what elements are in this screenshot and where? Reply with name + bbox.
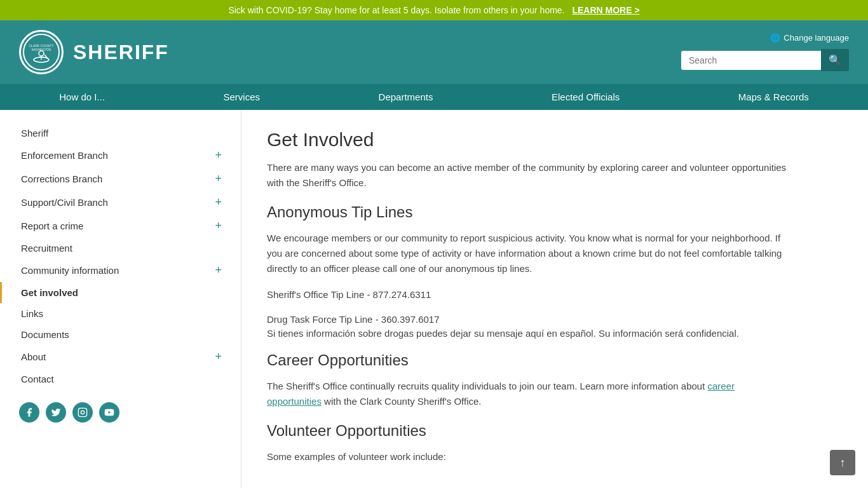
- page-layout: Sheriff Enforcement Branch + Corrections…: [0, 110, 868, 488]
- header-left: CLARK COUNTY WASHINGTON SHERIFF: [19, 30, 169, 74]
- site-header: CLARK COUNTY WASHINGTON SHERIFF 🌐 Change…: [0, 20, 868, 84]
- intro-text: There are many ways you can become an ac…: [267, 160, 788, 191]
- svg-point-9: [81, 410, 84, 414]
- sidebar-label-links: Links: [21, 308, 43, 319]
- sidebar-label-community-info: Community information: [21, 265, 119, 276]
- sidebar-item-contact[interactable]: Contact: [0, 369, 241, 390]
- sidebar-item-community-information[interactable]: Community information +: [0, 259, 241, 282]
- covid-text: Sick with COVID-19? Stay home for at lea…: [228, 5, 564, 15]
- nav-how-do-i[interactable]: How do I...: [46, 84, 118, 110]
- plus-icon-report: +: [215, 219, 222, 233]
- sidebar-item-get-involved[interactable]: Get involved: [0, 282, 241, 303]
- sheriffs-tip-line: Sheriff's Office Tip Line - 877.274.6311: [267, 289, 788, 300]
- svg-rect-8: [78, 408, 86, 416]
- sidebar-item-report-crime[interactable]: Report a crime +: [0, 214, 241, 238]
- header-right: 🌐 Change language 🔍: [681, 33, 849, 71]
- sidebar-item-support-civil-branch[interactable]: Support/Civil Branch +: [0, 191, 241, 214]
- globe-icon: 🌐: [770, 33, 780, 43]
- main-nav: How do I... Services Departments Elected…: [0, 84, 868, 110]
- svg-point-0: [24, 34, 59, 70]
- sidebar-item-sheriff[interactable]: Sheriff: [0, 123, 241, 144]
- search-button[interactable]: 🔍: [821, 49, 849, 71]
- svg-point-4: [39, 51, 44, 56]
- learn-more-link[interactable]: LEARN MORE >: [572, 5, 639, 15]
- plus-icon-about: +: [215, 350, 222, 363]
- sidebar-label-documents: Documents: [21, 329, 69, 340]
- sidebar-item-documents[interactable]: Documents: [0, 324, 241, 345]
- section-heading-tip-lines: Anonymous Tip Lines: [267, 203, 788, 221]
- change-language-label: Change language: [783, 33, 849, 43]
- search-input[interactable]: [681, 51, 821, 70]
- sidebar-item-enforcement-branch[interactable]: Enforcement Branch +: [0, 144, 241, 167]
- plus-icon-enforcement: +: [215, 149, 222, 162]
- site-logo[interactable]: CLARK COUNTY WASHINGTON: [19, 30, 64, 74]
- section-heading-volunteer: Volunteer Opportunities: [267, 422, 788, 440]
- plus-icon-community: +: [215, 264, 222, 277]
- section-heading-career: Career Opportunities: [267, 351, 788, 369]
- sidebar-item-about[interactable]: About +: [0, 345, 241, 369]
- volunteer-body: Some examples of volunteer work include:: [267, 449, 788, 464]
- nav-departments[interactable]: Departments: [366, 84, 446, 110]
- svg-text:CLARK COUNTY: CLARK COUNTY: [29, 44, 54, 48]
- plus-icon-corrections: +: [215, 172, 222, 186]
- facebook-icon[interactable]: [19, 402, 39, 423]
- site-title: SHERIFF: [73, 41, 169, 64]
- instagram-icon[interactable]: [72, 402, 93, 423]
- social-icons: [0, 390, 241, 435]
- nav-services[interactable]: Services: [211, 84, 273, 110]
- sidebar-label-contact: Contact: [21, 374, 54, 384]
- search-bar: 🔍: [681, 49, 849, 71]
- sidebar-item-recruitment[interactable]: Recruitment: [0, 238, 241, 259]
- scroll-to-top-button[interactable]: ↑: [830, 450, 855, 475]
- twitter-icon[interactable]: [46, 402, 66, 423]
- sidebar-label-recruitment: Recruitment: [21, 243, 72, 254]
- covid-banner: Sick with COVID-19? Stay home for at lea…: [0, 0, 868, 20]
- change-language-button[interactable]: 🌐 Change language: [770, 33, 849, 43]
- plus-icon-support: +: [215, 196, 222, 209]
- sidebar-label-corrections-branch: Corrections Branch: [21, 173, 102, 184]
- sidebar-label-about: About: [21, 351, 46, 362]
- sidebar-label-get-involved: Get involved: [21, 287, 78, 298]
- nav-maps-records[interactable]: Maps & Records: [726, 84, 822, 110]
- spanish-text: Si tienes información sobre drogas puede…: [267, 328, 788, 339]
- tip-lines-body: We encourage members or our community to…: [267, 231, 788, 276]
- drug-task-tip-line: Drug Task Force Tip Line - 360.397.6017: [267, 314, 788, 325]
- sidebar-label-enforcement-branch: Enforcement Branch: [21, 150, 108, 161]
- sidebar-label-report-crime: Report a crime: [21, 220, 83, 231]
- sidebar-label-sheriff: Sheriff: [21, 128, 48, 139]
- main-content: Get Involved There are many ways you can…: [241, 110, 813, 488]
- page-title: Get Involved: [267, 129, 788, 151]
- sidebar-item-corrections-branch[interactable]: Corrections Branch +: [0, 167, 241, 191]
- youtube-icon[interactable]: [99, 402, 119, 423]
- nav-elected-officials[interactable]: Elected Officials: [539, 84, 632, 110]
- sidebar-label-support-civil: Support/Civil Branch: [21, 197, 108, 208]
- sidebar-item-links[interactable]: Links: [0, 303, 241, 324]
- career-body: The Sheriff's Office continually recruit…: [267, 379, 788, 409]
- career-opportunities-link[interactable]: career opportunities: [267, 381, 735, 407]
- sidebar: Sheriff Enforcement Branch + Corrections…: [0, 110, 241, 488]
